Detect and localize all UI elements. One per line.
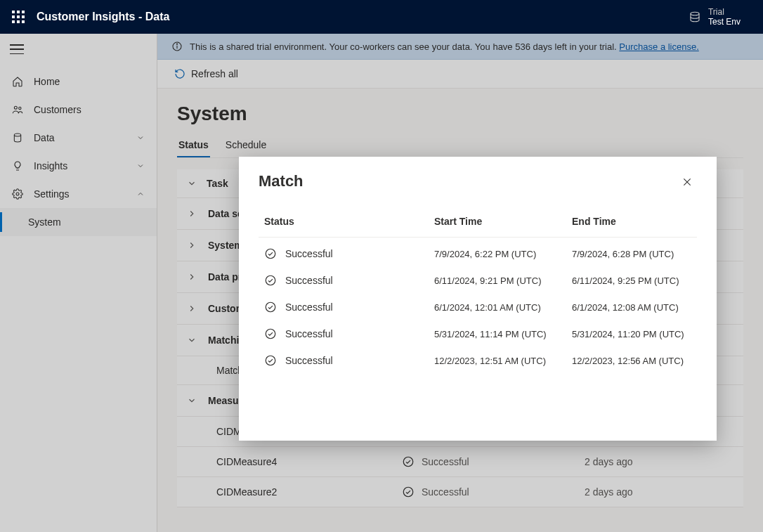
- svg-point-15: [266, 356, 275, 365]
- svg-point-13: [266, 302, 275, 312]
- col-end-time: End Time: [572, 216, 691, 227]
- end-time: 5/31/2024, 11:20 PM (UTC): [572, 329, 691, 339]
- check-icon: [264, 274, 277, 287]
- app-title: Customer Insights - Data: [37, 11, 169, 23]
- app-launcher-button[interactable]: [8, 7, 28, 27]
- environment-icon: [689, 11, 701, 23]
- svg-point-0: [691, 12, 699, 15]
- status-text: Successful: [285, 248, 333, 259]
- dialog-table-row: Successful6/11/2024, 9:21 PM (UTC)6/11/2…: [259, 267, 697, 294]
- environment-picker[interactable]: Trial Test Env: [689, 7, 741, 27]
- dialog-table-row: Successful6/1/2024, 12:01 AM (UTC)6/1/20…: [259, 294, 697, 320]
- status-text: Successful: [285, 275, 333, 286]
- end-time: 12/2/2023, 12:56 AM (UTC): [572, 356, 691, 366]
- check-icon: [264, 247, 277, 260]
- end-time: 6/11/2024, 9:25 PM (UTC): [572, 275, 691, 286]
- svg-point-11: [266, 249, 275, 259]
- svg-point-14: [266, 329, 275, 339]
- app-header: Customer Insights - Data Trial Test Env: [0, 0, 763, 34]
- dialog-table-body: Successful7/9/2024, 6:22 PM (UTC)7/9/202…: [259, 238, 697, 374]
- dialog-table-row: Successful7/9/2024, 6:22 PM (UTC)7/9/202…: [259, 240, 697, 267]
- check-icon: [264, 301, 277, 313]
- svg-point-12: [266, 275, 275, 285]
- status-text: Successful: [285, 355, 333, 366]
- env-name: Test Env: [708, 17, 741, 27]
- status-text: Successful: [285, 328, 333, 339]
- end-time: 7/9/2024, 6:28 PM (UTC): [572, 249, 691, 259]
- check-icon: [264, 354, 277, 367]
- match-dialog: Match Status Start Time End Time Success…: [239, 157, 717, 441]
- dialog-title: Match: [259, 172, 304, 190]
- start-time: 6/1/2024, 12:01 AM (UTC): [434, 302, 572, 313]
- end-time: 6/1/2024, 12:08 AM (UTC): [572, 302, 691, 313]
- check-icon: [264, 327, 277, 340]
- dialog-table-row: Successful12/2/2023, 12:51 AM (UTC)12/2/…: [259, 347, 697, 374]
- start-time: 6/11/2024, 9:21 PM (UTC): [434, 275, 572, 286]
- start-time: 5/31/2024, 11:14 PM (UTC): [434, 329, 572, 339]
- col-start-time: Start Time: [434, 216, 572, 227]
- close-icon: [682, 176, 693, 188]
- col-status: Status: [264, 216, 434, 227]
- status-text: Successful: [285, 301, 333, 313]
- env-label: Trial: [708, 7, 741, 17]
- dialog-table-header: Status Start Time End Time: [259, 216, 697, 238]
- start-time: 7/9/2024, 6:22 PM (UTC): [434, 249, 572, 259]
- dialog-close-button[interactable]: [677, 172, 697, 192]
- dialog-table-row: Successful5/31/2024, 11:14 PM (UTC)5/31/…: [259, 320, 697, 347]
- waffle-icon: [12, 11, 25, 23]
- start-time: 12/2/2023, 12:51 AM (UTC): [434, 356, 572, 366]
